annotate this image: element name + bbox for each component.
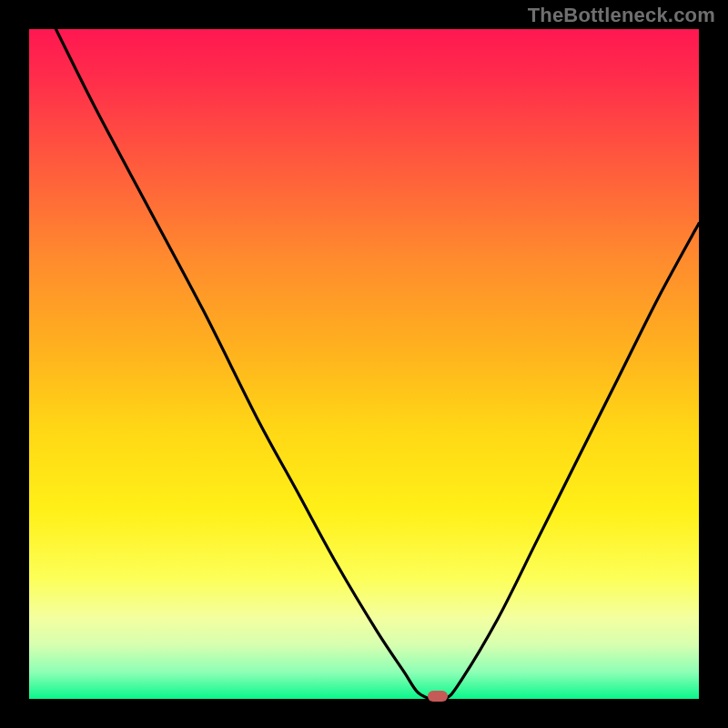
minimum-marker: [428, 691, 448, 702]
curve-path: [56, 29, 699, 700]
bottleneck-curve: [29, 29, 699, 699]
plot-area: [29, 29, 699, 699]
chart-frame: TheBottleneck.com: [0, 0, 728, 728]
watermark-text: TheBottleneck.com: [528, 4, 715, 27]
